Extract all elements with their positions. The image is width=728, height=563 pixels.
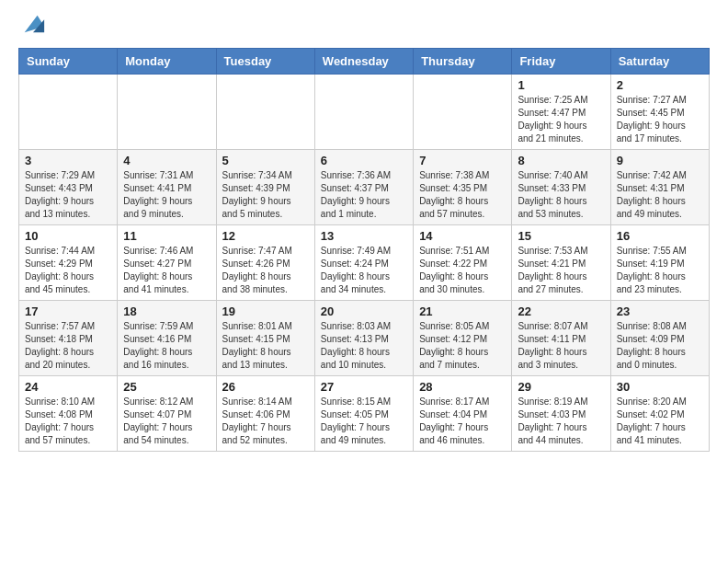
calendar-cell: 28Sunrise: 8:17 AM Sunset: 4:04 PM Dayli…: [414, 376, 512, 452]
day-number: 25: [123, 380, 210, 394]
day-info: Sunrise: 7:31 AM Sunset: 4:41 PM Dayligh…: [123, 169, 210, 221]
calendar-cell: 29Sunrise: 8:19 AM Sunset: 4:03 PM Dayli…: [512, 376, 610, 452]
calendar-cell: 1Sunrise: 7:25 AM Sunset: 4:47 PM Daylig…: [512, 75, 610, 150]
day-info: Sunrise: 7:27 AM Sunset: 4:45 PM Dayligh…: [617, 94, 703, 145]
calendar-cell: 22Sunrise: 8:07 AM Sunset: 4:11 PM Dayli…: [512, 301, 610, 376]
calendar: SundayMondayTuesdayWednesdayThursdayFrid…: [18, 48, 710, 452]
day-info: Sunrise: 8:19 AM Sunset: 4:03 PM Dayligh…: [518, 396, 604, 447]
day-info: Sunrise: 8:12 AM Sunset: 4:07 PM Dayligh…: [123, 396, 210, 447]
weekday-header-tuesday: Tuesday: [216, 49, 314, 75]
calendar-cell: 5Sunrise: 7:34 AM Sunset: 4:39 PM Daylig…: [216, 150, 314, 225]
week-row-0: 1Sunrise: 7:25 AM Sunset: 4:47 PM Daylig…: [19, 75, 710, 150]
day-info: Sunrise: 7:38 AM Sunset: 4:35 PM Dayligh…: [419, 169, 506, 221]
day-number: 15: [518, 229, 604, 243]
week-row-2: 10Sunrise: 7:44 AM Sunset: 4:29 PM Dayli…: [19, 225, 710, 301]
day-number: 16: [617, 229, 703, 243]
day-number: 27: [321, 380, 407, 394]
day-number: 23: [617, 304, 703, 318]
calendar-cell: 21Sunrise: 8:05 AM Sunset: 4:12 PM Dayli…: [414, 301, 512, 376]
week-row-4: 24Sunrise: 8:10 AM Sunset: 4:08 PM Dayli…: [19, 376, 710, 452]
weekday-header-row: SundayMondayTuesdayWednesdayThursdayFrid…: [19, 49, 710, 75]
calendar-cell: 15Sunrise: 7:53 AM Sunset: 4:21 PM Dayli…: [512, 225, 610, 301]
day-info: Sunrise: 7:34 AM Sunset: 4:39 PM Dayligh…: [222, 169, 309, 221]
day-info: Sunrise: 8:08 AM Sunset: 4:09 PM Dayligh…: [617, 320, 703, 372]
calendar-cell: 13Sunrise: 7:49 AM Sunset: 4:24 PM Dayli…: [314, 225, 413, 301]
calendar-cell: [314, 75, 413, 150]
day-number: 18: [123, 304, 210, 318]
day-number: 26: [222, 380, 309, 394]
calendar-cell: [19, 75, 118, 150]
calendar-cell: 26Sunrise: 8:14 AM Sunset: 4:06 PM Dayli…: [216, 376, 314, 452]
header: [18, 15, 710, 37]
calendar-cell: 17Sunrise: 7:57 AM Sunset: 4:18 PM Dayli…: [19, 301, 118, 376]
calendar-cell: 18Sunrise: 7:59 AM Sunset: 4:16 PM Dayli…: [118, 301, 216, 376]
calendar-cell: 2Sunrise: 7:27 AM Sunset: 4:45 PM Daylig…: [610, 75, 709, 150]
day-number: 14: [419, 229, 506, 243]
week-row-3: 17Sunrise: 7:57 AM Sunset: 4:18 PM Dayli…: [19, 301, 710, 376]
day-info: Sunrise: 7:25 AM Sunset: 4:47 PM Dayligh…: [518, 94, 604, 145]
calendar-cell: 25Sunrise: 8:12 AM Sunset: 4:07 PM Dayli…: [118, 376, 216, 452]
day-info: Sunrise: 7:47 AM Sunset: 4:26 PM Dayligh…: [222, 245, 309, 296]
day-number: 17: [25, 304, 111, 318]
logo: [18, 15, 46, 37]
day-info: Sunrise: 7:36 AM Sunset: 4:37 PM Dayligh…: [321, 169, 407, 221]
weekday-header-friday: Friday: [512, 49, 610, 75]
weekday-header-sunday: Sunday: [19, 49, 118, 75]
day-info: Sunrise: 7:59 AM Sunset: 4:16 PM Dayligh…: [123, 320, 210, 372]
day-number: 29: [518, 380, 604, 394]
calendar-cell: 11Sunrise: 7:46 AM Sunset: 4:27 PM Dayli…: [118, 225, 216, 301]
day-info: Sunrise: 8:03 AM Sunset: 4:13 PM Dayligh…: [321, 320, 407, 372]
day-info: Sunrise: 7:53 AM Sunset: 4:21 PM Dayligh…: [518, 245, 604, 296]
day-number: 4: [123, 154, 210, 167]
calendar-cell: [216, 75, 314, 150]
day-number: 30: [617, 380, 703, 394]
calendar-cell: 7Sunrise: 7:38 AM Sunset: 4:35 PM Daylig…: [414, 150, 512, 225]
page: SundayMondayTuesdayWednesdayThursdayFrid…: [0, 0, 728, 563]
day-number: 13: [321, 229, 407, 243]
day-info: Sunrise: 8:05 AM Sunset: 4:12 PM Dayligh…: [419, 320, 506, 372]
day-info: Sunrise: 7:55 AM Sunset: 4:19 PM Dayligh…: [617, 245, 703, 296]
day-info: Sunrise: 7:46 AM Sunset: 4:27 PM Dayligh…: [123, 245, 210, 296]
day-number: 9: [617, 154, 703, 167]
day-info: Sunrise: 8:17 AM Sunset: 4:04 PM Dayligh…: [419, 396, 506, 447]
calendar-cell: [414, 75, 512, 150]
day-info: Sunrise: 8:15 AM Sunset: 4:05 PM Dayligh…: [321, 396, 407, 447]
calendar-cell: 8Sunrise: 7:40 AM Sunset: 4:33 PM Daylig…: [512, 150, 610, 225]
day-info: Sunrise: 8:07 AM Sunset: 4:11 PM Dayligh…: [518, 320, 604, 372]
calendar-cell: 20Sunrise: 8:03 AM Sunset: 4:13 PM Dayli…: [314, 301, 413, 376]
calendar-cell: 30Sunrise: 8:20 AM Sunset: 4:02 PM Dayli…: [610, 376, 709, 452]
weekday-header-monday: Monday: [118, 49, 216, 75]
calendar-cell: 27Sunrise: 8:15 AM Sunset: 4:05 PM Dayli…: [314, 376, 413, 452]
day-info: Sunrise: 8:20 AM Sunset: 4:02 PM Dayligh…: [617, 396, 703, 447]
day-number: 3: [25, 154, 111, 167]
day-number: 8: [518, 154, 604, 167]
calendar-cell: 23Sunrise: 8:08 AM Sunset: 4:09 PM Dayli…: [610, 301, 709, 376]
calendar-cell: 3Sunrise: 7:29 AM Sunset: 4:43 PM Daylig…: [19, 150, 118, 225]
weekday-header-wednesday: Wednesday: [314, 49, 413, 75]
day-number: 24: [25, 380, 111, 394]
day-number: 7: [419, 154, 506, 167]
day-info: Sunrise: 7:51 AM Sunset: 4:22 PM Dayligh…: [419, 245, 506, 296]
day-info: Sunrise: 8:10 AM Sunset: 4:08 PM Dayligh…: [25, 396, 111, 447]
day-number: 11: [123, 229, 210, 243]
day-number: 21: [419, 304, 506, 318]
day-number: 10: [25, 229, 111, 243]
logo-icon: [20, 11, 46, 37]
day-info: Sunrise: 7:49 AM Sunset: 4:24 PM Dayligh…: [321, 245, 407, 296]
weekday-header-thursday: Thursday: [414, 49, 512, 75]
week-row-1: 3Sunrise: 7:29 AM Sunset: 4:43 PM Daylig…: [19, 150, 710, 225]
calendar-cell: 6Sunrise: 7:36 AM Sunset: 4:37 PM Daylig…: [314, 150, 413, 225]
day-info: Sunrise: 7:44 AM Sunset: 4:29 PM Dayligh…: [25, 245, 111, 296]
weekday-header-saturday: Saturday: [610, 49, 709, 75]
calendar-cell: 19Sunrise: 8:01 AM Sunset: 4:15 PM Dayli…: [216, 301, 314, 376]
day-number: 19: [222, 304, 309, 318]
calendar-cell: 4Sunrise: 7:31 AM Sunset: 4:41 PM Daylig…: [118, 150, 216, 225]
day-info: Sunrise: 7:42 AM Sunset: 4:31 PM Dayligh…: [617, 169, 703, 221]
day-number: 2: [617, 78, 703, 92]
calendar-cell: 9Sunrise: 7:42 AM Sunset: 4:31 PM Daylig…: [610, 150, 709, 225]
day-number: 22: [518, 304, 604, 318]
day-number: 12: [222, 229, 309, 243]
day-info: Sunrise: 7:29 AM Sunset: 4:43 PM Dayligh…: [25, 169, 111, 221]
day-info: Sunrise: 8:01 AM Sunset: 4:15 PM Dayligh…: [222, 320, 309, 372]
day-info: Sunrise: 8:14 AM Sunset: 4:06 PM Dayligh…: [222, 396, 309, 447]
